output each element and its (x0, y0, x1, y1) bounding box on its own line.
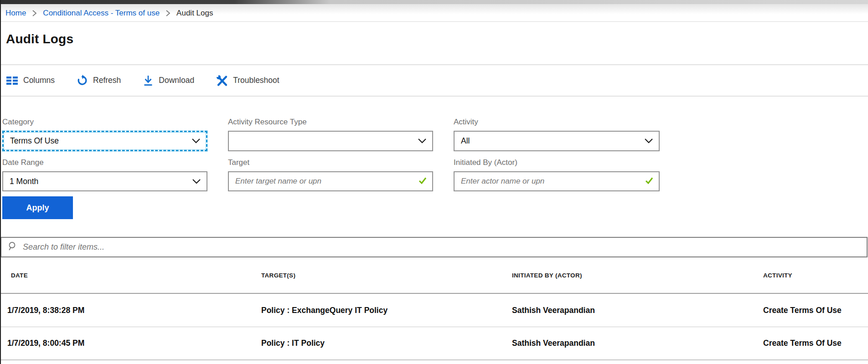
date-range-select[interactable]: 1 Month (2, 171, 207, 191)
title-bar: Audit Logs (0, 22, 868, 65)
column-header-date[interactable]: DATE (7, 272, 261, 279)
breadcrumb-current-page: Audit Logs (176, 9, 213, 18)
target-input-wrap (228, 171, 433, 191)
breadcrumb-conditional-access-link[interactable]: Conditional Access - Terms of use (43, 9, 160, 18)
activity-select[interactable]: All (454, 131, 660, 151)
column-header-targets[interactable]: TARGET(S) (261, 272, 512, 279)
chevron-right-icon (32, 10, 37, 17)
date-range-value: 1 Month (10, 177, 192, 186)
download-label: Download (159, 76, 194, 85)
download-icon (143, 75, 154, 87)
filter-activity-resource-type: Activity Resource Type (228, 118, 433, 151)
chevron-down-icon (644, 136, 653, 146)
chevron-down-icon (191, 136, 201, 146)
apply-button[interactable]: Apply (2, 196, 73, 219)
troubleshoot-label: Troubleshoot (233, 76, 279, 85)
cell-initiated-by: Sathish Veerapandian (512, 338, 763, 348)
category-label: Category (2, 118, 207, 127)
cell-target: Policy : ExchangeQuery IT Policy (261, 306, 512, 315)
toolbar: Columns Refresh Download (0, 65, 868, 97)
troubleshoot-icon (216, 75, 228, 87)
activity-value: All (461, 136, 644, 146)
date-range-label: Date Range (2, 158, 207, 167)
audit-log-table: DATE TARGET(S) INITIATED BY (ACTOR) ACTI… (0, 257, 868, 360)
filter-date-range: Date Range 1 Month (2, 158, 207, 191)
column-header-initiated-by[interactable]: INITIATED BY (ACTOR) (512, 272, 763, 279)
initiated-by-label: Initiated By (Actor) (454, 158, 660, 167)
cell-initiated-by: Sathish Veerapandian (512, 306, 763, 315)
refresh-label: Refresh (93, 76, 121, 85)
refresh-icon (77, 75, 88, 86)
chevron-right-icon (165, 10, 170, 17)
columns-label: Columns (23, 76, 55, 85)
column-header-activity[interactable]: ACTIVITY (763, 272, 868, 279)
target-input[interactable] (235, 177, 418, 186)
filter-activity: Activity All (454, 118, 660, 151)
page-title: Audit Logs (6, 32, 868, 46)
initiated-by-input-wrap (454, 171, 660, 191)
cell-activity: Create Terms Of Use (763, 306, 868, 315)
download-button[interactable]: Download (143, 75, 194, 87)
left-window-edge (0, 0, 1, 364)
filter-category: Category Terms Of Use (2, 118, 207, 151)
filter-target: Target (228, 158, 433, 191)
category-value: Terms Of Use (10, 136, 191, 146)
category-select[interactable]: Terms Of Use (2, 131, 207, 151)
filters-section: Category Terms Of Use Activity Resource … (0, 97, 868, 219)
activity-label: Activity (454, 118, 660, 127)
search-bar (0, 237, 868, 257)
initiated-by-input[interactable] (461, 177, 645, 186)
top-shadow (0, 0, 868, 4)
cell-date: 1/7/2019, 8:00:45 PM (7, 338, 261, 348)
breadcrumb-home-link[interactable]: Home (5, 9, 26, 18)
activity-resource-type-select[interactable] (228, 131, 433, 151)
target-label: Target (228, 158, 433, 167)
search-input[interactable] (23, 242, 860, 252)
chevron-down-icon (192, 177, 201, 186)
cell-activity: Create Terms Of Use (763, 338, 868, 348)
chevron-down-icon (418, 136, 427, 146)
cell-date: 1/7/2019, 8:38:28 PM (7, 306, 261, 315)
columns-icon (6, 76, 18, 85)
table-row[interactable]: 1/7/2019, 8:38:28 PM Policy : ExchangeQu… (0, 294, 868, 327)
table-row[interactable]: 1/7/2019, 8:00:45 PM Policy : IT Policy … (0, 327, 868, 360)
activity-resource-type-label: Activity Resource Type (228, 118, 433, 127)
refresh-button[interactable]: Refresh (77, 75, 121, 86)
columns-button[interactable]: Columns (6, 76, 55, 85)
search-icon (8, 241, 17, 253)
valid-check-icon (418, 177, 427, 186)
troubleshoot-button[interactable]: Troubleshoot (216, 75, 279, 87)
table-header-row: DATE TARGET(S) INITIATED BY (ACTOR) ACTI… (0, 257, 868, 294)
filter-initiated-by: Initiated By (Actor) (454, 158, 660, 191)
valid-check-icon (645, 177, 653, 186)
cell-target: Policy : IT Policy (261, 338, 512, 348)
